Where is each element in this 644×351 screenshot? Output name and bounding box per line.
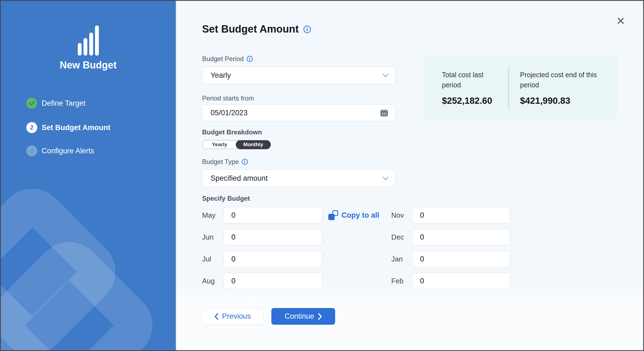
summary-value: $252,182.60	[442, 96, 502, 106]
breakdown-toggle: Yearly Monthly	[202, 140, 271, 149]
step-complete-check-icon	[26, 98, 37, 109]
copy-icon	[328, 210, 338, 220]
chevron-down-icon	[383, 74, 389, 77]
month-label-jul: Jul	[202, 251, 211, 267]
copy-to-all-link[interactable]: Copy to all	[328, 207, 379, 223]
continue-label: Continue	[284, 312, 314, 321]
scroll-fade-overlay	[176, 285, 644, 305]
budget-period-label: Budget Period	[202, 55, 253, 63]
specify-budget-label: Specify Budget	[202, 195, 250, 202]
step-define-target[interactable]: Define Target	[26, 97, 85, 109]
page-title: Set Budget Amount	[202, 23, 311, 35]
step-label: Configure Alerts	[42, 147, 94, 155]
month-input-dec[interactable]	[412, 229, 510, 245]
info-icon[interactable]	[242, 159, 248, 165]
label-text: Specify Budget	[202, 195, 250, 202]
month-label-jan: Jan	[391, 251, 403, 267]
new-budget-modal: New Budget Define Target 2 Set Budget Am…	[0, 0, 644, 351]
step-label: Define Target	[42, 99, 85, 108]
toggle-option-monthly[interactable]: Monthly	[236, 140, 271, 149]
total-cost-last-period: Total cost last period $252,182.60	[442, 70, 502, 106]
period-starts-label: Period starts from	[202, 94, 254, 102]
close-button[interactable]	[615, 15, 626, 26]
wizard-sidebar: New Budget Define Target 2 Set Budget Am…	[1, 1, 176, 350]
continue-button[interactable]: Continue	[271, 308, 335, 325]
projected-cost-end-period: Projected cost end of this period $421,9…	[520, 70, 606, 106]
step-number-badge: 3	[26, 145, 37, 156]
step-set-budget-amount[interactable]: 2 Set Budget Amount	[26, 122, 110, 134]
date-value: 05/01/2023	[211, 109, 248, 117]
month-label-jun: Jun	[202, 229, 214, 245]
summary-value: $421,990.83	[520, 96, 606, 106]
month-input-jan[interactable]	[412, 251, 510, 267]
previous-label: Previous	[222, 312, 251, 321]
previous-button[interactable]: Previous	[202, 308, 264, 325]
bar-chart-logo-icon	[1, 25, 176, 56]
month-label-nov: Nov	[391, 207, 404, 223]
budget-type-select[interactable]: Specified amount	[202, 169, 395, 187]
period-start-date-input[interactable]: 05/01/2023	[202, 104, 395, 121]
calendar-icon[interactable]	[380, 108, 389, 117]
step-label: Set Budget Amount	[42, 123, 110, 132]
budget-period-select[interactable]: Yearly	[202, 67, 395, 84]
label-text: Budget Breakdown	[202, 128, 262, 136]
budget-type-label: Budget Type	[202, 158, 248, 166]
summary-divider	[508, 67, 509, 109]
label-text: Budget Period	[202, 55, 244, 63]
summary-label: Projected cost end of this period	[520, 70, 606, 90]
chevron-right-icon	[318, 313, 322, 320]
budget-breakdown-label: Budget Breakdown	[202, 128, 262, 136]
selected-value: Specified amount	[211, 174, 268, 183]
label-text: Period starts from	[202, 94, 254, 102]
modal-footer: Previous Continue	[176, 304, 644, 350]
month-input-jun[interactable]	[223, 229, 322, 245]
label-text: Budget Type	[202, 158, 239, 166]
copy-to-all-text: Copy to all	[341, 211, 379, 220]
month-label-may: May	[202, 207, 215, 223]
month-input-may[interactable]	[223, 207, 322, 223]
wizard-title: New Budget	[1, 59, 176, 71]
toggle-option-yearly[interactable]: Yearly	[202, 140, 237, 149]
chevron-left-icon	[214, 313, 218, 320]
step-configure-alerts[interactable]: 3 Configure Alerts	[26, 145, 94, 157]
summary-label: Total cost last period	[442, 70, 502, 90]
chevron-down-icon	[383, 177, 389, 180]
info-icon[interactable]	[303, 25, 311, 33]
selected-value: Yearly	[211, 71, 231, 80]
info-icon[interactable]	[246, 56, 253, 62]
set-budget-amount-panel: Set Budget Amount Budget Period Yearly P…	[176, 1, 644, 350]
month-input-jul[interactable]	[223, 251, 322, 267]
step-number-badge: 2	[26, 122, 37, 133]
month-input-nov[interactable]	[412, 207, 510, 223]
panel-divider	[176, 1, 176, 350]
month-label-dec: Dec	[391, 229, 404, 245]
cost-summary-card: Total cost last period $252,182.60 Proje…	[424, 56, 617, 119]
page-title-text: Set Budget Amount	[202, 23, 299, 35]
